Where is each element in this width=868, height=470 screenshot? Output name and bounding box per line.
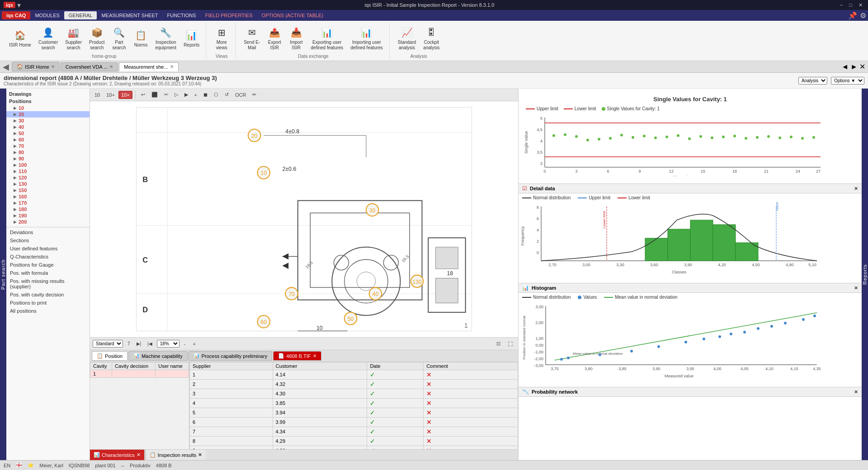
prev-btn[interactable]: ◄ [841, 63, 849, 71]
zoom-plus[interactable]: + [190, 340, 198, 348]
more-views-btn[interactable]: ⊞ Moreviews [212, 24, 231, 52]
nav-sections[interactable]: Sections [6, 236, 90, 244]
breadcrumb-isir-home[interactable]: 🏠 ISIR Home ✕ [12, 62, 60, 71]
detail-close-btn[interactable]: ✕ [854, 186, 858, 192]
part-search-sidebar[interactable]: Part search [0, 89, 6, 460]
position-30[interactable]: ▶30 [6, 118, 90, 124]
meas-row-3[interactable]: 34.30✓✕ [190, 389, 518, 399]
position-150[interactable]: ▶150 [6, 187, 90, 193]
tb-ocr[interactable]: OCR [232, 91, 249, 99]
meas-row-4[interactable]: 43.85✓✕ [190, 399, 518, 408]
tb-rect[interactable]: ⬛ [149, 90, 160, 99]
position-120[interactable]: ▶120 [6, 174, 90, 181]
nav-q-characteristics[interactable]: Q-Characteristics [6, 253, 90, 261]
meas-row-9[interactable]: 94.20✓✕ [190, 446, 518, 450]
nav-pos-cavity[interactable]: Pos. with cavity decision [6, 291, 90, 299]
position-200[interactable]: ▶200 [6, 219, 90, 225]
nav-all-positions[interactable]: All positions [6, 307, 90, 315]
send-email-btn[interactable]: ✉ Send E-Mail [241, 24, 263, 52]
minimize-btn[interactable]: − [838, 2, 844, 8]
app-control[interactable]: ▾ [17, 1, 21, 9]
menu-general[interactable]: GENERAL [64, 11, 97, 19]
cockpit-analysis-btn[interactable]: 🎛 Cockpitanalysis [420, 24, 442, 52]
zoom-fit[interactable]: ⊡ [494, 339, 503, 348]
norms-btn[interactable]: 📋 Norms [131, 26, 151, 50]
tb-add[interactable]: + [192, 91, 200, 99]
meas-row-2[interactable]: 24.32✓✕ [190, 380, 518, 389]
histogram-close-btn[interactable]: ✕ [854, 285, 858, 291]
position-10[interactable]: ▶10 [6, 105, 90, 111]
tb-edit[interactable]: ✏ [250, 90, 259, 99]
position-90[interactable]: ▶90 [6, 155, 90, 162]
menu-field-properties[interactable]: FIELD PROPERTIES [201, 11, 257, 19]
tab-position[interactable]: 📋 Position [92, 351, 127, 361]
reports-btn[interactable]: 📊 Reports [181, 26, 202, 50]
tb-play2[interactable]: ▶ [182, 90, 191, 99]
nav-positions-print[interactable]: Positions to print [6, 299, 90, 307]
analysis-dropdown[interactable]: Analysis [798, 77, 827, 85]
maximize-btn[interactable]: □ [847, 2, 854, 8]
home-tab-close[interactable]: ✕ [51, 64, 55, 69]
position-100[interactable]: ▶100 [6, 162, 90, 168]
zoom-select[interactable]: Standard [93, 340, 123, 348]
menu-iqs-caq[interactable]: iqs CAQ [2, 11, 30, 19]
inspection-btn[interactable]: 🔧 Inspectionequipment [152, 24, 179, 52]
position-180[interactable]: ▶180 [6, 206, 90, 212]
menu-measurement-sheet[interactable]: MEASUREMENT SHEET [97, 11, 162, 19]
ribbon-pin[interactable]: 📌 [848, 11, 857, 20]
meas-row-6[interactable]: 63.99✓✕ [190, 418, 518, 427]
export-isir-btn[interactable]: 📤 ExportISIR [264, 24, 284, 52]
btif-tab-close[interactable]: ✕ [313, 353, 316, 358]
nav-pos-formula[interactable]: Pos. with formula [6, 269, 90, 277]
position-110[interactable]: ▶110 [6, 168, 90, 174]
meas-row-1[interactable]: 14.14✓✕ [190, 370, 518, 380]
tab-process-capability[interactable]: 📊 Process capability preliminary [189, 351, 273, 361]
breadcrumb-coversheet[interactable]: Coversheet VDA ... ✕ [61, 62, 118, 71]
position-160[interactable]: ▶160 [6, 193, 90, 200]
settings-icon[interactable]: ⚙ [860, 11, 866, 20]
position-190[interactable]: ▶190 [6, 212, 90, 219]
options-dropdown[interactable]: Options ▼ [831, 77, 864, 85]
next-btn[interactable]: ► [850, 63, 858, 71]
product-search-btn[interactable]: 📦 Productsearch [86, 24, 107, 52]
tb-10x[interactable]: 10× [118, 91, 132, 99]
position-70[interactable]: ▶70 [6, 143, 90, 149]
char-close-btn[interactable]: ✕ [137, 452, 141, 458]
meas-row-8[interactable]: 84.29✓✕ [190, 437, 518, 446]
meas-row-7[interactable]: 74.34✓✕ [190, 427, 518, 437]
zoom-prev[interactable]: 7 [125, 340, 133, 348]
menu-options-active-table[interactable]: OPTIONS (ACTIVE TABLE) [257, 11, 328, 19]
position-20[interactable]: ▶20 [6, 111, 90, 118]
insp-close-btn[interactable]: ✕ [198, 452, 202, 458]
part-search-btn[interactable]: 🔍 Partsearch [109, 24, 129, 52]
tb-square[interactable]: ◼ [201, 90, 210, 99]
position-60[interactable]: ▶60 [6, 136, 90, 143]
tb-cut[interactable]: ✂ [161, 90, 171, 99]
nav-positions-gauge[interactable]: Positions for Gauge [6, 261, 90, 269]
position-80[interactable]: ▶80 [6, 149, 90, 155]
tb-10plus[interactable]: 10+ [104, 91, 118, 99]
probability-close-btn[interactable]: ✕ [854, 389, 858, 395]
customer-search-btn[interactable]: 👤 Customersearch [36, 24, 61, 52]
meas-row-5[interactable]: 53.94✓✕ [190, 408, 518, 418]
export-user-features-btn[interactable]: 📊 Exporting userdefined features [308, 24, 346, 52]
zoom-minus[interactable]: - [181, 340, 189, 348]
characteristics-panel-tab[interactable]: 📊 Characteristics ✕ [90, 450, 144, 460]
nav-deviations[interactable]: Deviations [6, 228, 90, 236]
cavity-row-1[interactable]: 1 [90, 370, 189, 378]
scale-select[interactable]: 18% [157, 340, 179, 348]
menu-modules[interactable]: MODULES [30, 11, 64, 19]
nav-back-btn[interactable]: ◀ [3, 62, 9, 72]
fullscreen[interactable]: ⛶ [505, 340, 515, 348]
import-user-features-btn[interactable]: 📊 Importing userdefined features [348, 24, 386, 52]
zoom-end[interactable]: |◀ [145, 340, 155, 348]
reports-sidebar[interactable]: Reports [862, 89, 868, 460]
position-40[interactable]: ▶40 [6, 124, 90, 130]
isir-home-btn[interactable]: 🏠 ISIR Home [6, 26, 34, 50]
standard-analysis-btn[interactable]: 📈 Standardanalysis [395, 24, 419, 52]
tab-4808-btif[interactable]: 📄 4808 B.TIF ✕ [273, 351, 321, 361]
close-panel-btn[interactable]: ✕ [859, 62, 865, 71]
measurement-tab-close[interactable]: ✕ [170, 64, 174, 69]
supplier-search-btn[interactable]: 🏭 Suppliersearch [62, 24, 85, 52]
tb-undo[interactable]: ↩ [138, 90, 148, 99]
